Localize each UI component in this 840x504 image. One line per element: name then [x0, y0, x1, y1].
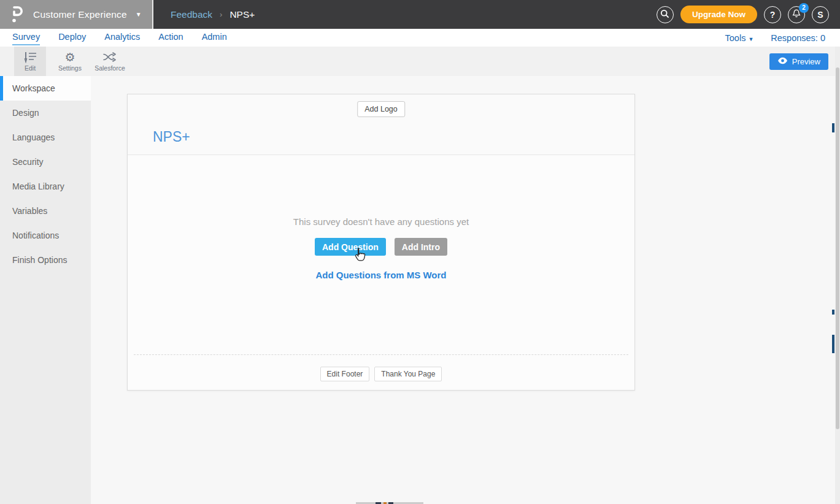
- sidebar-item-label: Workspace: [12, 83, 55, 93]
- chevron-down-icon: ▼: [748, 36, 753, 42]
- sidebar-item-languages[interactable]: Languages: [0, 125, 91, 150]
- vertical-scrollbar-track[interactable]: [835, 47, 840, 504]
- search-button[interactable]: [657, 6, 674, 23]
- sidebar-item-variables[interactable]: Variables: [0, 199, 91, 223]
- eye-icon: [777, 57, 788, 66]
- sidebar-item-workspace[interactable]: Workspace: [0, 76, 91, 101]
- edge-tab-sliver: [832, 123, 834, 132]
- edit-pencil-icon: [23, 51, 37, 63]
- sidebar-item-notifications[interactable]: Notifications: [0, 223, 91, 248]
- help-button[interactable]: ?: [764, 6, 781, 23]
- survey-title[interactable]: NPS+: [153, 129, 190, 145]
- workspace-selector[interactable]: Customer Experience ▼: [0, 0, 153, 29]
- add-logo-button[interactable]: Add Logo: [357, 101, 405, 117]
- vertical-scrollbar-thumb[interactable]: [836, 67, 839, 429]
- notifications-button[interactable]: 2: [788, 6, 805, 23]
- chevron-down-icon: ▼: [136, 11, 142, 18]
- sidebar-item-label: Languages: [12, 132, 55, 142]
- settings-sidebar: Workspace Design Languages Security Medi…: [0, 76, 91, 504]
- breadcrumb-parent[interactable]: Feedback: [171, 9, 212, 20]
- toolbar-items: Edit ⚙ Settings Salesforce: [14, 47, 134, 76]
- sidebar-item-design[interactable]: Design: [0, 101, 91, 125]
- ms-word-link-row: Add Questions from MS Word: [128, 270, 634, 281]
- toolbar-settings-button[interactable]: ⚙ Settings: [54, 47, 86, 76]
- survey-card-header: Add Logo NPS+: [128, 94, 634, 155]
- thank-you-page-button[interactable]: Thank You Page: [374, 367, 442, 381]
- footer-divider: [134, 354, 628, 355]
- tab-analytics[interactable]: Analytics: [104, 29, 140, 45]
- toolbar-edit-label: Edit: [25, 64, 36, 72]
- sidebar-item-label: Design: [12, 108, 39, 118]
- sidebar-item-label: Media Library: [12, 181, 64, 191]
- preview-button[interactable]: Preview: [769, 53, 828, 70]
- preview-label: Preview: [792, 57, 820, 66]
- tools-dropdown[interactable]: Tools▼: [725, 33, 754, 43]
- empty-state-actions: Add Question Add Intro: [128, 238, 634, 256]
- sidebar-item-label: Finish Options: [12, 255, 67, 265]
- breadcrumb: Feedback › NPS+: [171, 0, 255, 29]
- toolbar-salesforce-button[interactable]: Salesforce: [94, 47, 126, 76]
- salesforce-sync-icon: [102, 51, 117, 63]
- sidebar-item-label: Security: [12, 157, 44, 167]
- card-footer-actions: Edit Footer Thank You Page: [128, 367, 634, 381]
- header-actions: Upgrade Now ? 2 S: [657, 0, 829, 29]
- survey-toolbar: Edit ⚙ Settings Salesforce Preview: [0, 47, 840, 76]
- toolbar-edit-button[interactable]: Edit: [14, 47, 46, 76]
- sidebar-item-finish-options[interactable]: Finish Options: [0, 248, 91, 272]
- tab-deploy[interactable]: Deploy: [58, 29, 86, 45]
- gear-icon: ⚙: [64, 51, 75, 63]
- help-icon: ?: [770, 10, 776, 20]
- toolbar-settings-label: Settings: [58, 64, 82, 72]
- empty-state-message: This survey doesn't have any questions y…: [128, 216, 634, 227]
- edge-tab-sliver: [832, 335, 834, 353]
- questionpro-logo-icon[interactable]: [9, 6, 25, 24]
- top-header: Customer Experience ▼ Feedback › NPS+ Up…: [0, 0, 840, 29]
- sidebar-item-label: Notifications: [12, 231, 59, 240]
- tab-survey[interactable]: Survey: [12, 29, 40, 45]
- avatar[interactable]: S: [812, 6, 829, 23]
- breadcrumb-separator-icon: ›: [220, 10, 222, 19]
- tab-admin[interactable]: Admin: [202, 29, 227, 45]
- survey-card: Add Logo NPS+ This survey doesn't have a…: [127, 94, 635, 391]
- main-nav: Survey Deploy Analytics Action Admin Too…: [0, 29, 840, 47]
- search-icon: [660, 9, 669, 20]
- toolbar-salesforce-label: Salesforce: [94, 64, 125, 72]
- sidebar-item-media-library[interactable]: Media Library: [0, 174, 91, 199]
- workspace-label: Customer Experience: [33, 9, 127, 20]
- nav-tabs: Survey Deploy Analytics Action Admin: [12, 29, 227, 47]
- add-question-button[interactable]: Add Question: [315, 238, 386, 256]
- add-intro-button[interactable]: Add Intro: [395, 238, 447, 256]
- sidebar-item-security[interactable]: Security: [0, 150, 91, 174]
- notification-badge: 2: [799, 3, 809, 13]
- tab-action[interactable]: Action: [158, 29, 183, 45]
- add-questions-ms-word-link[interactable]: Add Questions from MS Word: [315, 270, 446, 280]
- avatar-initial: S: [817, 10, 823, 20]
- nav-right: Tools▼ Responses: 0: [725, 29, 825, 47]
- main-content: Add Logo NPS+ This survey doesn't have a…: [91, 76, 840, 504]
- breadcrumb-current: NPS+: [229, 9, 255, 20]
- responses-count[interactable]: Responses: 0: [771, 33, 825, 43]
- edit-footer-button[interactable]: Edit Footer: [320, 367, 370, 381]
- edge-tab-sliver: [832, 310, 834, 315]
- sidebar-item-label: Variables: [12, 206, 47, 216]
- upgrade-now-button[interactable]: Upgrade Now: [680, 6, 757, 23]
